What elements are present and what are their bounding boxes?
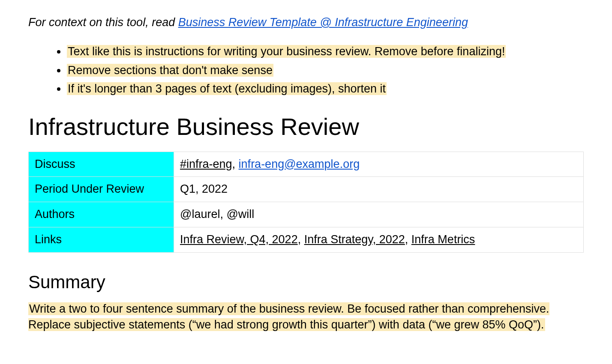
link-strategy[interactable]: Infra Strategy, 2022 bbox=[304, 233, 405, 246]
table-row: Discuss #infra-eng, infra-eng@example.or… bbox=[29, 152, 584, 177]
links-label: Links bbox=[29, 227, 174, 252]
summary-heading: Summary bbox=[28, 270, 584, 295]
period-value: Q1, 2022 bbox=[174, 177, 584, 202]
metadata-table: Discuss #infra-eng, infra-eng@example.or… bbox=[28, 152, 584, 253]
discuss-value: #infra-eng, infra-eng@example.org bbox=[174, 152, 584, 177]
separator: , bbox=[298, 233, 304, 246]
table-row: Period Under Review Q1, 2022 bbox=[29, 177, 584, 202]
discuss-label: Discuss bbox=[29, 152, 174, 177]
instruction-text: Remove sections that don't make sense bbox=[67, 64, 273, 77]
period-label: Period Under Review bbox=[29, 177, 174, 202]
link-metrics[interactable]: Infra Metrics bbox=[411, 233, 475, 246]
links-value: Infra Review, Q4, 2022, Infra Strategy, … bbox=[174, 227, 584, 252]
discuss-channel-link[interactable]: #infra-eng bbox=[180, 158, 232, 170]
context-line: For context on this tool, read Business … bbox=[28, 15, 584, 31]
list-item: Remove sections that don't make sense bbox=[67, 63, 584, 79]
table-row: Authors @laurel, @will bbox=[29, 202, 584, 227]
separator: , bbox=[232, 158, 239, 170]
instruction-text: Text like this is instructions for writi… bbox=[67, 45, 506, 58]
context-prefix: For context on this tool, read bbox=[28, 16, 178, 29]
page-title: Infrastructure Business Review bbox=[28, 110, 584, 143]
list-item: If it's longer than 3 pages of text (exc… bbox=[67, 81, 584, 97]
link-prev-review[interactable]: Infra Review, Q4, 2022 bbox=[180, 233, 298, 246]
instructions-list: Text like this is instructions for writi… bbox=[28, 44, 584, 97]
instruction-text: If it's longer than 3 pages of text (exc… bbox=[67, 82, 387, 95]
separator: , bbox=[405, 233, 411, 246]
discuss-email-link[interactable]: infra-eng@example.org bbox=[239, 158, 360, 170]
summary-body-paragraph: Write a two to four sentence summary of … bbox=[28, 301, 584, 334]
table-row: Links Infra Review, Q4, 2022, Infra Stra… bbox=[29, 227, 584, 252]
summary-body-text: Write a two to four sentence summary of … bbox=[28, 302, 549, 331]
authors-value: @laurel, @will bbox=[174, 202, 584, 227]
context-link[interactable]: Business Review Template @ Infrastructur… bbox=[178, 16, 468, 29]
authors-label: Authors bbox=[29, 202, 174, 227]
list-item: Text like this is instructions for writi… bbox=[67, 44, 584, 60]
